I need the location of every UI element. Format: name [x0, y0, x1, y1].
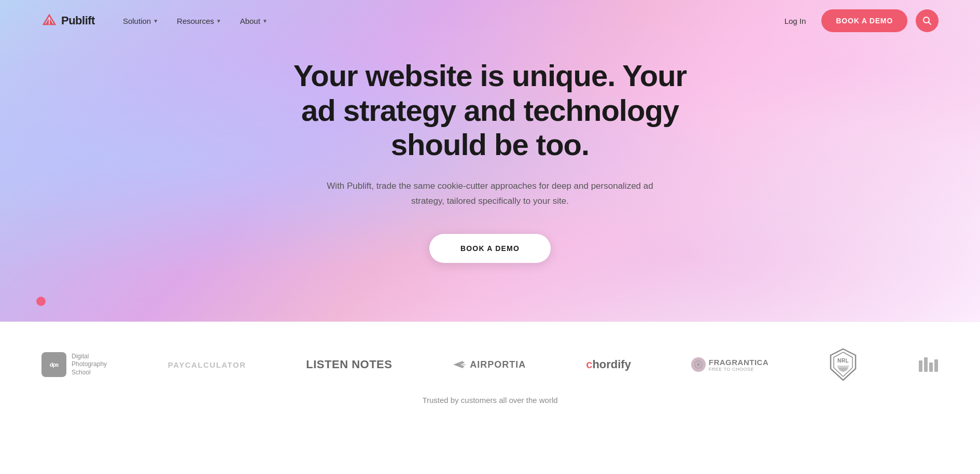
nav-links: Solution ▼ Resources ▼ About ▼: [116, 12, 777, 30]
trusted-text: Trusted by customers all over the world: [41, 396, 939, 405]
dps-icon: dps: [41, 352, 66, 377]
fragrantica-circle-icon: [691, 357, 706, 372]
dps-text: Digital Photography School: [72, 353, 108, 377]
nav-item-resources[interactable]: Resources ▼: [170, 12, 229, 30]
logo-text: Publift: [61, 14, 95, 27]
logo-fragrantica: FRAGRANTICA FREE TO CHOOSE: [691, 357, 769, 372]
logo-paycalculator: PAYCALCULATOR: [168, 360, 246, 369]
logos-section: dps Digital Photography School PAYCALCUL…: [0, 322, 980, 425]
logo-chordify: chordify: [586, 358, 631, 371]
svg-rect-11: [929, 363, 933, 372]
airportia-plane-icon: [452, 360, 467, 369]
fragrantica-text: FRAGRANTICA: [709, 358, 769, 367]
chevron-down-icon: ▼: [153, 18, 158, 24]
bars-icon: [918, 356, 939, 373]
svg-text:NRL: NRL: [837, 358, 849, 364]
search-icon: [922, 16, 932, 25]
paycalculator-text: PAYCALCULATOR: [168, 360, 246, 369]
decorative-dot: [36, 297, 46, 306]
fragrantica-subtext: FREE TO CHOOSE: [709, 367, 769, 372]
navbar: Publift Solution ▼ Resources ▼ About ▼ L…: [0, 0, 980, 41]
nav-item-solution[interactable]: Solution ▼: [116, 12, 165, 30]
airportia-text: AIRPORTIA: [470, 359, 526, 370]
logo-nrl: NRL: [829, 348, 858, 381]
svg-point-7: [697, 363, 700, 366]
chordify-text: chordify: [586, 358, 631, 371]
hero-subtitle: With Publift, trade the same cookie-cutt…: [314, 179, 666, 209]
nav-right: Log In BOOK A DEMO: [777, 9, 939, 32]
nrl-shield-icon: NRL: [829, 348, 858, 381]
chevron-down-icon: ▼: [262, 18, 268, 24]
svg-rect-9: [919, 360, 922, 372]
hero-title: Your website is unique. Your ad strategy…: [277, 59, 703, 162]
logo-bars: [918, 356, 939, 373]
book-demo-hero-button[interactable]: BOOK A DEMO: [429, 234, 551, 263]
hero-content: Your website is unique. Your ad strategy…: [257, 59, 723, 263]
logo-airportia: AIRPORTIA: [452, 359, 526, 370]
search-button[interactable]: [916, 9, 939, 32]
book-demo-nav-button[interactable]: BOOK A DEMO: [821, 9, 907, 32]
chordify-c: c: [586, 358, 592, 371]
svg-rect-10: [924, 357, 928, 372]
logo-link[interactable]: Publift: [41, 13, 95, 29]
svg-line-4: [929, 22, 931, 25]
nav-item-about[interactable]: About ▼: [233, 12, 275, 30]
logos-row: dps Digital Photography School PAYCALCUL…: [41, 348, 939, 381]
chevron-down-icon: ▼: [216, 18, 221, 24]
hero-section: Your website is unique. Your ad strategy…: [0, 0, 980, 322]
login-link[interactable]: Log In: [777, 12, 814, 30]
listennotes-text: LISTEN NOTES: [306, 358, 392, 371]
logo-dps: dps Digital Photography School: [41, 352, 108, 377]
publift-logo-icon: [41, 13, 57, 29]
svg-rect-12: [934, 359, 938, 372]
logo-listennotes: LISTEN NOTES: [306, 358, 392, 371]
